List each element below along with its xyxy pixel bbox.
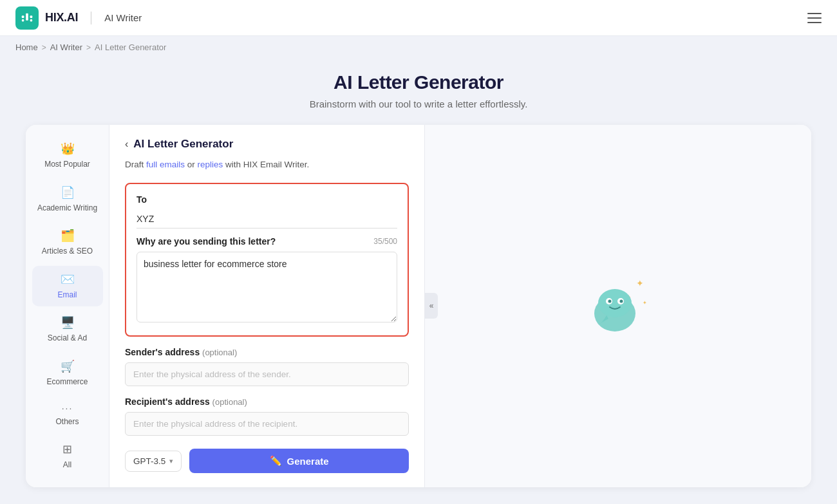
- recipient-address-input[interactable]: [125, 412, 409, 436]
- sidebar-label-academic: Academic Writing: [37, 203, 97, 214]
- svg-point-4: [30, 19, 33, 21]
- app-header: HIX.AI AI Writer: [0, 0, 837, 36]
- sidebar-label-all: All: [63, 460, 71, 471]
- sidebar-label-others: Others: [55, 417, 79, 427]
- svg-rect-0: [22, 15, 24, 18]
- tool-header: ‹ AI Letter Generator: [125, 138, 409, 151]
- hix-logo-icon: [15, 6, 39, 30]
- header-divider: [91, 12, 91, 24]
- collapse-panel-button[interactable]: «: [425, 293, 438, 319]
- svg-rect-2: [30, 15, 33, 18]
- sidebar-item-others[interactable]: ··· Others: [32, 397, 103, 434]
- highlighted-form-section: To Why are you sending this letter? 35/5…: [125, 183, 409, 337]
- full-emails-link[interactable]: full emails: [146, 160, 185, 169]
- sidebar-item-ecommerce[interactable]: 🛒 Ecommerce: [32, 353, 103, 394]
- reason-label: Why are you sending this letter?: [136, 236, 276, 247]
- svg-point-13: [620, 300, 623, 303]
- reason-label-row: Why are you sending this letter? 35/500: [136, 236, 397, 247]
- sidebar-label-social: Social & Ad: [48, 333, 87, 344]
- back-button[interactable]: ‹: [125, 138, 128, 150]
- replies-link[interactable]: replies: [198, 160, 223, 169]
- tool-title: AI Letter Generator: [133, 138, 233, 151]
- breadcrumb-sep-2: >: [86, 43, 91, 52]
- content-panel: ‹ AI Letter Generator Draft full emails …: [109, 125, 425, 487]
- page-subtitle: Brainstorm with our tool to write a lett…: [0, 98, 837, 109]
- sidebar-item-email[interactable]: ✉️ Email: [32, 266, 103, 307]
- header-logo-area: HIX.AI AI Writer: [15, 6, 142, 30]
- sender-address-label: Sender's address (optional): [125, 347, 409, 357]
- sidebar-label-ecommerce: Ecommerce: [46, 377, 88, 387]
- others-icon: ···: [62, 403, 73, 413]
- to-label: To: [136, 194, 397, 205]
- sidebar-item-academic-writing[interactable]: 📄 Academic Writing: [32, 179, 103, 220]
- sidebar-item-all[interactable]: ⊞ All: [32, 436, 103, 477]
- description-suffix: with HIX Email Writer.: [223, 160, 309, 169]
- page-title: AI Letter Generator: [0, 71, 837, 93]
- hamburger-menu[interactable]: [807, 13, 822, 23]
- articles-icon: 🗂️: [61, 229, 75, 243]
- generate-icon: ✏️: [270, 455, 282, 467]
- academic-icon: 📄: [61, 185, 75, 200]
- description-prefix: Draft: [125, 160, 146, 169]
- header-subtitle: AI Writer: [104, 12, 142, 23]
- sidebar-item-articles-seo[interactable]: 🗂️ Articles & SEO: [32, 222, 103, 263]
- breadcrumb: Home > AI Writer > AI Letter Generator: [0, 36, 837, 59]
- preview-panel: « ✦ ✦ ✦: [425, 125, 811, 487]
- breadcrumb-sep-1: >: [42, 43, 46, 52]
- all-icon: ⊞: [62, 442, 72, 456]
- generate-button[interactable]: ✏️ Generate: [189, 449, 409, 473]
- breadcrumb-ai-writer[interactable]: AI Writer: [50, 42, 82, 52]
- recipient-address-group: Recipient's address (optional): [125, 397, 409, 436]
- sidebar-item-social-ad[interactable]: 🖥️ Social & Ad: [32, 309, 103, 350]
- breadcrumb-home[interactable]: Home: [15, 42, 38, 52]
- main-container: 👑 Most Popular 📄 Academic Writing 🗂️ Art…: [26, 125, 811, 487]
- tool-description: Draft full emails or replies with HIX Em…: [125, 158, 409, 171]
- crown-icon: 👑: [61, 142, 75, 156]
- ecommerce-icon: 🛒: [61, 359, 75, 373]
- generate-label: Generate: [287, 456, 329, 467]
- mascot-illustration: ✦ ✦ ✦: [579, 267, 657, 344]
- sidebar-label-articles: Articles & SEO: [42, 247, 93, 257]
- breadcrumb-current: AI Letter Generator: [95, 42, 166, 52]
- sidebar-label-most-popular: Most Popular: [44, 160, 90, 170]
- to-input[interactable]: [136, 210, 397, 229]
- svg-rect-1: [26, 13, 28, 20]
- sidebar-label-email: Email: [57, 290, 77, 301]
- svg-text:✦: ✦: [636, 278, 644, 288]
- description-middle: or: [185, 160, 198, 169]
- model-label: GPT-3.5: [133, 456, 165, 466]
- bottom-bar: GPT-3.5 ▾ ✏️ Generate: [125, 449, 409, 473]
- model-selector[interactable]: GPT-3.5 ▾: [125, 451, 182, 472]
- recipient-address-label: Recipient's address (optional): [125, 397, 409, 407]
- page-title-area: AI Letter Generator Brainstorm with our …: [0, 59, 837, 125]
- email-icon: ✉️: [61, 272, 75, 286]
- sidebar: 👑 Most Popular 📄 Academic Writing 🗂️ Art…: [26, 125, 109, 487]
- svg-point-9: [598, 289, 632, 317]
- sender-address-group: Sender's address (optional): [125, 347, 409, 386]
- sender-address-input[interactable]: [125, 362, 409, 386]
- svg-text:✦: ✦: [643, 300, 647, 306]
- chevron-down-icon: ▾: [169, 457, 173, 465]
- svg-point-3: [22, 19, 24, 21]
- logo-text: HIX.AI: [45, 11, 78, 24]
- char-count: 35/500: [373, 237, 397, 246]
- sidebar-item-most-popular[interactable]: 👑 Most Popular: [32, 135, 103, 176]
- social-icon: 🖥️: [61, 315, 75, 330]
- reason-textarea[interactable]: business letter for ecommerce store: [136, 252, 397, 322]
- svg-point-12: [608, 300, 612, 303]
